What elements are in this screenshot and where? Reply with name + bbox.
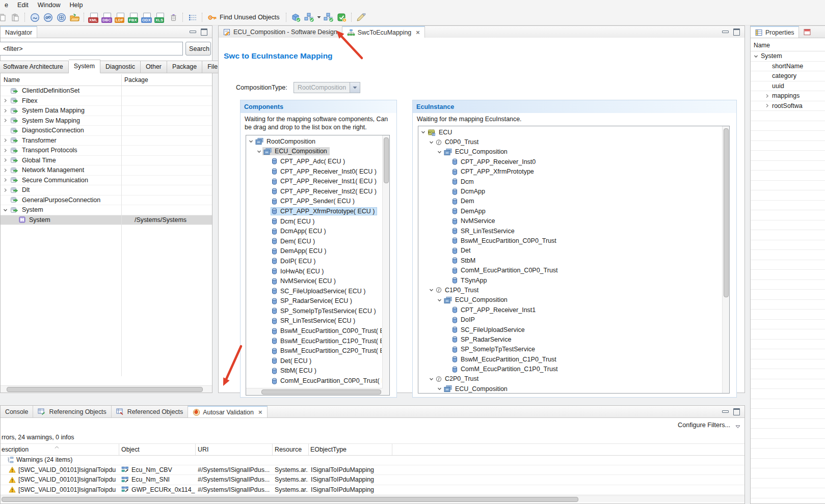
tree-item[interactable]: ECU_Composition <box>246 147 383 157</box>
navigator-row[interactable]: DiagnosticConnection <box>1 126 212 136</box>
tree-item[interactable]: DcmApp( ECU ) <box>246 226 383 236</box>
validation-row[interactable]: [SWC_VALID_00101]IsignalToipduEcu_Nm_SNI… <box>1 475 744 485</box>
expander-open-icon[interactable] <box>428 140 435 145</box>
tree-item[interactable]: DoIP <box>418 315 723 324</box>
tree-item[interactable]: ComM_EcucPartition_C1P0_Trust <box>418 364 723 374</box>
column-header-package[interactable]: Package <box>124 76 148 83</box>
tree-item[interactable]: Dem( ECU ) <box>246 236 383 246</box>
expander-closed-icon[interactable] <box>2 138 9 143</box>
tree-item[interactable]: DemApp <box>418 206 723 216</box>
navigator-row[interactable]: Transformer <box>1 136 212 146</box>
expander-open-icon[interactable] <box>436 386 443 391</box>
expander-closed-icon[interactable] <box>2 108 9 113</box>
circle-link-button[interactable] <box>41 11 55 23</box>
caret-down-button[interactable] <box>316 11 322 23</box>
navigator-row[interactable]: Global Time <box>1 156 212 166</box>
column-header-resource[interactable]: Resource <box>275 446 302 453</box>
warnings-group-row[interactable]: Warnings (24 items) <box>1 455 744 465</box>
tree-item[interactable]: CPT_APP_Adc( ECU ) <box>246 156 383 166</box>
menu-window[interactable]: Window <box>33 1 65 10</box>
property-row[interactable]: System <box>751 51 825 62</box>
tree-item[interactable]: CPT_APP_Receiver_Inst0 <box>418 157 723 166</box>
tree-item[interactable]: ECU_Composition <box>418 384 723 393</box>
tree-item[interactable]: Det( ECU ) <box>246 356 383 366</box>
tree-item[interactable]: SP_RadarService <box>418 334 723 344</box>
expander-closed-icon[interactable] <box>2 168 9 173</box>
navigator-tab-system[interactable]: System <box>69 60 100 73</box>
menu-edit[interactable]: Edit <box>13 1 33 10</box>
property-row[interactable]: rootSoftwa <box>751 101 825 111</box>
property-row[interactable]: mappings <box>751 91 825 101</box>
navigator-row[interactable]: ClientIdDefinitionSet <box>1 86 212 96</box>
navigator-hscrollbar[interactable] <box>1 385 212 393</box>
column-header-uri[interactable]: URI <box>198 446 208 453</box>
composition-type-select[interactable]: RootComposition <box>294 82 360 93</box>
minimize-icon[interactable] <box>722 31 729 33</box>
tree-item[interactable]: SR_LinTestService( ECU ) <box>246 316 383 326</box>
console-tab-autosar-validation[interactable]: Autosar Validation× <box>188 406 267 417</box>
close-icon[interactable]: × <box>258 409 262 415</box>
editor-tab-ecu-composition-software-design[interactable]: ECU_Composition - Software Design <box>219 26 342 38</box>
dbc-file-icon[interactable]: DBC <box>101 12 113 23</box>
tree-item[interactable]: CPT_APP_Receiver_Inst0( ECU ) <box>246 166 383 177</box>
expander-closed-icon[interactable] <box>764 103 770 108</box>
chevron-down-icon[interactable] <box>350 82 360 93</box>
navigator-row[interactable]: System/Systems/Systems <box>1 215 212 226</box>
property-row[interactable]: shortName <box>751 62 825 72</box>
components-vscrollbar[interactable] <box>382 135 389 395</box>
key-button[interactable] <box>205 11 219 23</box>
tree-item[interactable]: CPT_APP_Sender( ECU ) <box>246 197 383 207</box>
expander-open-icon[interactable] <box>2 208 9 212</box>
console-tab-referencing-objects[interactable]: Referencing Objects <box>33 406 111 417</box>
navigator-row[interactable]: System Data Mapping <box>1 106 212 116</box>
minimize-icon[interactable] <box>722 410 729 413</box>
odx-file-icon[interactable]: ODX <box>141 12 152 23</box>
tree-item[interactable]: DemApp( ECU ) <box>246 246 383 257</box>
expander-open-icon[interactable] <box>753 54 759 59</box>
tree-item[interactable]: SC_FileUploadService <box>418 325 723 334</box>
tree-item[interactable]: TSynApp <box>418 275 723 285</box>
expander-closed-icon[interactable] <box>2 178 9 182</box>
expander-open-icon[interactable] <box>428 288 435 292</box>
navigator-row[interactable]: System <box>1 205 212 215</box>
expander-closed-icon[interactable] <box>2 118 9 123</box>
circle-sync-button[interactable] <box>28 11 41 23</box>
column-header-object[interactable]: Object <box>121 446 140 453</box>
xls-file-icon[interactable]: XLS <box>154 12 166 23</box>
navigator-row[interactable]: Network Management <box>1 165 212 176</box>
copy-button[interactable] <box>0 11 9 23</box>
expander-closed-icon[interactable] <box>2 188 9 192</box>
validate-button[interactable] <box>335 11 349 23</box>
maximize-icon[interactable] <box>201 29 207 36</box>
tree-item[interactable]: RootComposition <box>246 136 383 147</box>
tree-item[interactable]: CPT_APP_Receiver_Inst1( ECU ) <box>246 176 383 186</box>
circle-window-button[interactable] <box>55 11 68 23</box>
column-header-eobjecttype[interactable]: EObjectType <box>310 446 347 453</box>
tree-item[interactable]: DcmApp <box>418 186 723 196</box>
configure-filters-button[interactable]: Configure Filters... <box>678 422 730 429</box>
tree-item[interactable]: ComM_EcucPartition_C0P0_Trust <box>418 265 723 275</box>
column-header-escription[interactable]: escription <box>2 446 29 453</box>
filter-input[interactable] <box>0 42 183 55</box>
tree-item[interactable]: SP_SomeIpTpTestService( ECU ) <box>246 306 383 316</box>
tree-item[interactable]: BswM_EcucPartition_C2P0_Trust( ECU ) <box>246 346 383 356</box>
console-hscrollbar[interactable] <box>1 495 744 502</box>
open-folder-button[interactable] <box>68 11 81 23</box>
tree-item[interactable]: BswM_EcucPartition_C0P0_Trust <box>418 236 723 245</box>
tree-item[interactable]: SP_RadarService( ECU ) <box>246 296 383 306</box>
tree-item[interactable]: NvMService( ECU ) <box>246 276 383 286</box>
navigator-tab-package[interactable]: Package <box>167 61 202 73</box>
tree-item[interactable]: C1P0_Trust <box>418 285 723 295</box>
expander-closed-icon[interactable] <box>764 94 770 98</box>
list-button[interactable] <box>186 11 199 23</box>
close-icon[interactable]: × <box>416 29 420 36</box>
tree-item[interactable]: C2P0_Trust <box>418 374 723 384</box>
tree-item[interactable]: CPT_APP_XfrmPrototype( ECU ) <box>246 206 383 216</box>
validation-row[interactable]: [SWC_VALID_00101]IsignalToipduGWP_ECURx_… <box>1 485 744 495</box>
xml-file-icon[interactable]: XML <box>88 12 99 23</box>
tree-item[interactable]: StbM( ECU ) <box>246 366 383 376</box>
tree-item[interactable]: ECU_Composition <box>418 295 723 305</box>
tree-item[interactable]: BswM_EcucPartition_C1P0_Trust <box>418 354 723 364</box>
view-menu-icon[interactable] <box>735 423 740 430</box>
components-hscrollbar[interactable] <box>246 388 383 395</box>
